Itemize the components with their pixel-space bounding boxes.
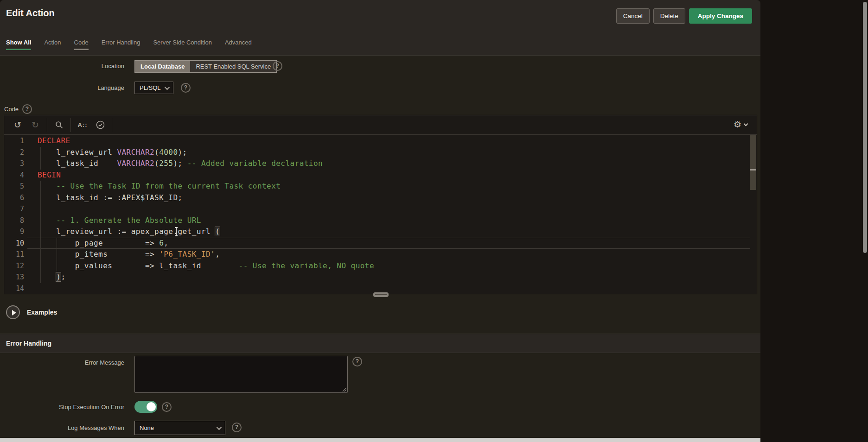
line-number: 9 (4, 226, 28, 238)
chevron-down-icon (165, 84, 170, 89)
line-number: 12 (4, 260, 28, 272)
page-background: Edit Action Cancel Delete Apply Changes … (0, 0, 868, 442)
code-editor: ↺ ↻ A:: ⚙ 123456789101112131 (4, 115, 757, 294)
code-text-area[interactable]: 1234567891011121314 DECLARE l_review_url… (4, 135, 757, 294)
line-number: 7 (4, 203, 28, 215)
tab-server-side-condition[interactable]: Server Side Condition (153, 39, 211, 51)
toolbar-divider (47, 118, 47, 132)
location-help-icon[interactable]: ? (273, 61, 282, 71)
tab-error-handling[interactable]: Error Handling (102, 39, 140, 51)
log-messages-help-icon[interactable]: ? (232, 423, 242, 432)
code-help-icon[interactable]: ? (22, 104, 32, 114)
language-select-value: PL/SQL (140, 84, 161, 91)
chevron-down-icon (217, 424, 222, 429)
tab-code[interactable]: Code (74, 39, 89, 51)
error-handling-header: Error Handling (0, 334, 760, 353)
editor-resize-grip[interactable] (373, 292, 389, 297)
redo-icon[interactable]: ↻ (26, 119, 44, 132)
code-line[interactable]: ); (38, 272, 374, 283)
log-messages-label: Log Messages When (0, 424, 124, 431)
line-number: 3 (4, 158, 28, 170)
editor-toolbar: ↺ ↻ A:: ⚙ (4, 115, 757, 135)
language-select[interactable]: PL/SQL (134, 82, 173, 94)
editor-settings-button[interactable]: ⚙ (734, 119, 747, 130)
error-message-textarea[interactable] (134, 356, 348, 393)
line-number: 8 (4, 215, 28, 227)
line-number: 14 (4, 283, 28, 295)
cancel-button[interactable]: Cancel (616, 8, 650, 24)
code-line[interactable] (38, 283, 374, 295)
toolbar-divider (112, 118, 112, 132)
stop-execution-label: Stop Execution On Error (0, 404, 124, 410)
code-line[interactable]: l_review_url := apex_page.get_url ( (38, 226, 374, 238)
error-message-label: Error Message (0, 359, 124, 366)
gear-icon: ⚙ (734, 119, 741, 130)
line-number: 1 (4, 135, 28, 147)
toggle-knob (147, 402, 156, 411)
validate-icon[interactable] (91, 119, 109, 132)
code-lines: DECLARE l_review_url VARCHAR2(4000); l_t… (38, 135, 374, 294)
code-line[interactable]: -- 1. Generate the Absolute URL (38, 215, 374, 227)
search-icon[interactable] (50, 119, 68, 132)
chevron-down-icon (744, 121, 748, 126)
apply-changes-button[interactable]: Apply Changes (689, 8, 752, 24)
code-line[interactable]: l_review_url VARCHAR2(4000); (38, 147, 374, 158)
code-section-label: Code (4, 106, 19, 113)
dialog-bottom-strip (0, 438, 760, 442)
editor-scrollbar-cursor-marker (750, 169, 756, 170)
line-number: 2 (4, 147, 28, 158)
log-messages-select-value: None (140, 424, 154, 431)
code-line[interactable]: BEGIN (38, 170, 374, 181)
language-help-icon[interactable]: ? (181, 83, 191, 93)
line-number: 5 (4, 181, 28, 192)
error-handling-heading: Error Handling (6, 340, 51, 347)
error-message-help-icon[interactable]: ? (352, 357, 362, 366)
line-number: 6 (4, 192, 28, 204)
location-option-rest-sql[interactable]: REST Enabled SQL Service (190, 61, 276, 72)
page-behind-dialog (760, 0, 868, 442)
stop-execution-toggle[interactable] (134, 401, 157, 413)
text-cursor-ibeam (174, 227, 179, 236)
editor-scrollbar-thumb[interactable] (750, 135, 756, 190)
code-line[interactable]: DECLARE (38, 135, 374, 147)
undo-icon[interactable]: ↺ (9, 119, 26, 132)
location-label: Location (0, 63, 124, 69)
header-buttons: Cancel Delete Apply Changes (616, 8, 752, 24)
code-line[interactable]: l_task_id := :APEX$TASK_ID; (38, 192, 374, 204)
code-line[interactable]: p_page => 6, (38, 238, 374, 249)
tab-advanced[interactable]: Advanced (225, 39, 252, 51)
log-messages-select[interactable]: None (134, 421, 225, 435)
language-label: Language (0, 84, 124, 91)
line-number-gutter: 1234567891011121314 (4, 135, 28, 294)
examples-expand-button[interactable] (6, 305, 20, 319)
dialog-header: Edit Action Cancel Delete Apply Changes (0, 0, 760, 29)
page-scrollbar-thumb[interactable] (863, 2, 867, 253)
tab-bar: Show All Action Code Error Handling Serv… (0, 29, 760, 56)
location-option-local-database[interactable]: Local Database (135, 61, 190, 72)
code-line[interactable]: p_values => l_task_id -- Use the variabl… (38, 260, 374, 272)
code-line[interactable] (38, 203, 374, 215)
line-number: 4 (4, 170, 28, 181)
edit-action-dialog: Edit Action Cancel Delete Apply Changes … (0, 0, 760, 442)
line-number: 13 (4, 272, 28, 283)
line-number: 10 (4, 238, 28, 249)
examples-section: Examples (0, 300, 760, 329)
location-toggle-group: Local Database REST Enabled SQL Service (134, 60, 277, 73)
examples-label: Examples (27, 309, 57, 316)
toolbar-divider (70, 118, 71, 132)
code-line[interactable]: l_task_id VARCHAR2(255); -- Added variab… (38, 158, 374, 170)
stop-execution-help-icon[interactable]: ? (162, 402, 172, 412)
code-line[interactable]: -- Use the Task ID from the current Task… (38, 181, 374, 192)
tab-show-all[interactable]: Show All (6, 39, 31, 51)
line-number: 11 (4, 249, 28, 260)
delete-button[interactable]: Delete (653, 8, 685, 24)
autocomplete-icon[interactable]: A:: (74, 119, 91, 132)
tab-action[interactable]: Action (44, 39, 61, 51)
code-line[interactable]: p_items => 'P6_TASK_ID', (38, 249, 374, 260)
page-title: Edit Action (6, 8, 55, 19)
